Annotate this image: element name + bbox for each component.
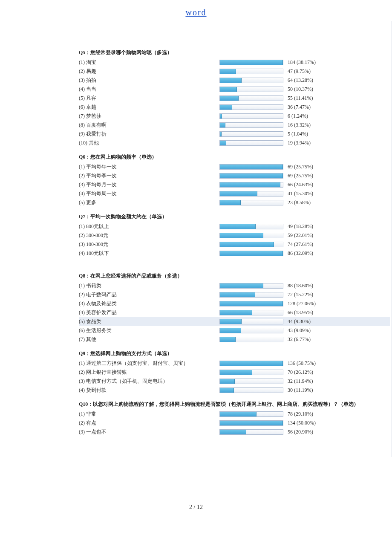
question-block: Q8：在网上您经常选择的产品或服务（多选）(1) 书籍类88 (18.60%)(… [79, 270, 390, 344]
option-label: (2) 网上银行直接转账 [79, 369, 219, 376]
bar-fill [220, 60, 283, 65]
question-title: Q6：您在网上购物的频率（单选） [79, 151, 390, 162]
option-label: (1) 通过第三方担保（如支付宝、财付宝、贝宝） [79, 360, 219, 367]
bar-fill [220, 361, 283, 366]
option-value: 59 (22.01%) [288, 232, 313, 239]
question-block: Q10：以您对网上购物流程的了解，您觉得网上购物流程是否繁琐（包括开通网上银行、… [79, 398, 390, 436]
option-row: (1) 通过第三方担保（如支付宝、财付宝、贝宝）136 (50.75%) [79, 359, 390, 368]
option-row: (4) 当当50 (10.37%) [79, 85, 390, 94]
option-value: 134 (50.00%) [288, 420, 316, 426]
page-footer: 2 / 12 [0, 457, 392, 519]
option-row: (4) 平均每周一次41 (15.30%) [79, 189, 390, 198]
option-row: (1) 800元以上49 (18.28%) [79, 222, 390, 231]
bar-fill [220, 69, 236, 74]
option-label: (1) 平均每年一次 [79, 163, 219, 171]
bar-fill [220, 87, 237, 92]
option-label: (2) 有点 [79, 419, 219, 427]
option-label: (3) 一点也不 [79, 428, 219, 436]
option-value: 70 (26.12%) [288, 369, 313, 376]
word-link[interactable]: word [185, 8, 206, 17]
option-label: (4) 当当 [79, 86, 219, 93]
option-value: 69 (25.75%) [288, 173, 313, 179]
option-value: 55 (11.41%) [288, 95, 313, 101]
option-row: (2) 平均每季一次69 (25.75%) [79, 171, 390, 180]
bar-fill [220, 242, 274, 247]
bar-track [219, 191, 283, 197]
option-value: 32 (6.77%) [288, 336, 313, 343]
bar-track [219, 164, 283, 170]
option-value: 72 (15.22%) [288, 292, 313, 298]
option-label: (6) 卓越 [79, 104, 219, 111]
bar-fill [220, 132, 222, 136]
option-label: (4) 货到付款 [79, 387, 219, 394]
option-row: (3) 一点也不56 (20.90%) [79, 428, 390, 436]
bar-track [219, 429, 283, 435]
option-row: (1) 书籍类88 (18.60%) [79, 281, 390, 290]
option-row: (2) 300-800元59 (22.01%) [79, 231, 390, 240]
header: word [0, 0, 392, 21]
option-label: (1) 800元以上 [79, 223, 219, 230]
option-value: 88 (18.60%) [288, 283, 313, 289]
bar-track [219, 200, 283, 205]
option-label: (2) 300-800元 [79, 232, 219, 239]
bar-track [219, 411, 283, 417]
bar-fill [220, 310, 252, 315]
bar-track [219, 319, 283, 324]
bar-track [219, 361, 283, 366]
option-row: (1) 非常78 (29.10%) [79, 410, 390, 419]
option-row: (6) 生活服务类43 (9.09%) [79, 326, 390, 335]
bar-fill [220, 182, 280, 187]
question-block: Q6：您在网上购物的频率（单选）(1) 平均每年一次69 (25.75%)(2)… [79, 151, 390, 207]
bar-track [219, 78, 283, 83]
option-label: (3) 平均每月一次 [79, 181, 219, 188]
option-value: 19 (3.94%) [288, 140, 313, 146]
option-row: (2) 网上银行直接转账70 (26.12%) [79, 368, 390, 377]
option-label: (9) 我爱打折 [79, 130, 219, 138]
bar-track [219, 283, 283, 289]
bar-fill [220, 379, 235, 384]
bar-track [219, 301, 283, 306]
option-row: (7) 其他32 (6.77%) [79, 335, 390, 344]
bar-track [219, 242, 283, 247]
option-row: (10) 其他19 (3.94%) [79, 139, 390, 147]
question-title: Q9：您选择网上购物的支付方式（单选） [79, 347, 390, 359]
bar-track [219, 251, 283, 256]
bar-track [219, 233, 283, 238]
option-row: (1) 淘宝184 (38.17%) [79, 58, 390, 67]
bar-track [219, 379, 283, 384]
bar-fill [220, 123, 225, 127]
option-label: (5) 凡客 [79, 95, 219, 102]
question-block: Q9：您选择网上购物的支付方式（单选）(1) 通过第三方担保（如支付宝、财付宝、… [79, 347, 390, 395]
bar-fill [220, 78, 242, 83]
bar-fill [220, 388, 234, 393]
option-label: (4) 平均每周一次 [79, 190, 219, 197]
bar-track [219, 310, 283, 315]
bar-track [219, 387, 283, 393]
bar-track [219, 113, 283, 119]
option-row: (8) 百度有啊16 (3.32%) [79, 121, 390, 130]
bar-track [219, 69, 283, 74]
option-label: (10) 其他 [79, 139, 219, 147]
option-row: (1) 平均每年一次69 (25.75%) [79, 162, 390, 171]
option-value: 128 (27.06%) [288, 301, 316, 307]
bar-track [219, 60, 283, 65]
option-value: 78 (29.10%) [288, 411, 313, 417]
option-row: (4) 货到付款30 (11.19%) [79, 386, 390, 395]
option-value: 69 (25.75%) [288, 164, 313, 170]
option-value: 56 (20.90%) [288, 429, 313, 435]
option-row: (9) 我爱打折5 (1.04%) [79, 130, 390, 139]
option-value: 43 (9.09%) [288, 327, 313, 334]
option-label: (7) 其他 [79, 336, 219, 343]
option-value: 50 (10.37%) [288, 86, 313, 92]
option-label: (3) 拍拍 [79, 77, 219, 84]
bar-fill [220, 141, 226, 145]
bar-fill [220, 421, 283, 425]
option-label: (1) 书籍类 [79, 282, 219, 289]
option-label: (2) 易趣 [79, 68, 219, 75]
bar-fill [220, 191, 257, 196]
bar-fill [220, 200, 241, 205]
bar-track [219, 328, 283, 333]
option-row: (7) 梦芭莎6 (1.24%) [79, 112, 390, 121]
bar-track [219, 173, 283, 179]
bar-fill [220, 412, 257, 416]
